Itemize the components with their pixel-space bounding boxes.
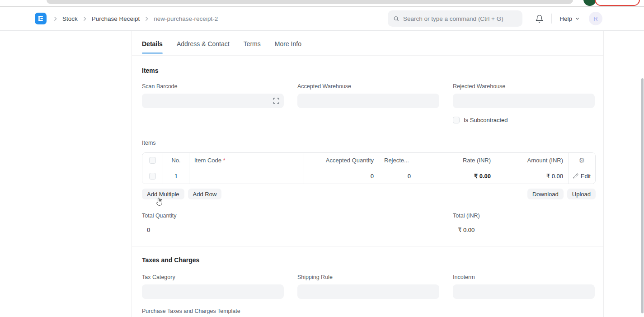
chevron-right-icon	[144, 16, 150, 22]
select-all-checkbox[interactable]	[149, 157, 156, 164]
gear-icon[interactable]: ⚙	[579, 156, 585, 165]
accepted-warehouse-input[interactable]	[297, 94, 439, 108]
total-inr-value: ₹ 0.00	[453, 227, 595, 233]
main-content: Details Address & Contact Terms More Inf…	[0, 31, 644, 317]
browser-chrome-strip	[0, 0, 644, 7]
purchase-taxes-template-label: Purchase Taxes and Charges Template	[142, 308, 595, 314]
required-marker: *	[223, 157, 226, 164]
row-checkbox[interactable]	[149, 173, 156, 180]
table-actions: Add Multiple Add Row Download Upload	[142, 189, 596, 199]
select-all-cell	[142, 153, 163, 168]
incoterm-input[interactable]	[453, 284, 595, 299]
is-subcontracted-label: Is Subcontracted	[464, 117, 508, 123]
tab-address-contact[interactable]: Address & Contact	[177, 31, 230, 55]
barcode-scan-icon[interactable]	[273, 98, 279, 106]
row-edit-cell: Edit	[569, 168, 595, 184]
row-select-cell	[142, 168, 163, 184]
rejected-warehouse-label: Rejected Warehouse	[453, 83, 595, 90]
total-quantity-label: Total Quantity	[142, 213, 284, 219]
shipping-rule-label: Shipping Rule	[297, 274, 439, 280]
download-button[interactable]: Download	[527, 189, 564, 199]
tax-category-field: Tax Category	[142, 274, 284, 299]
subcontract-row: Is Subcontracted	[142, 108, 595, 123]
section-divider	[132, 246, 603, 246]
accepted-warehouse-field: Accepted Warehouse	[297, 83, 439, 108]
taxes-section-title: Taxes and Charges	[142, 256, 595, 264]
app-logo[interactable]	[35, 13, 47, 24]
tax-category-label: Tax Category	[142, 274, 284, 280]
avatar-letter: R	[593, 15, 597, 22]
warehouse-field-row: Scan Barcode Accepted Warehouse	[142, 83, 595, 108]
row-item-code-cell[interactable]	[189, 168, 304, 184]
tab-details[interactable]: Details	[142, 31, 163, 55]
total-inr-label: Total (INR)	[453, 213, 595, 219]
items-table-label: Items	[142, 140, 595, 146]
breadcrumb-purchase-receipt[interactable]: Purchase Receipt	[92, 15, 140, 22]
navbar: Stock Purchase Receipt new-purchase-rece…	[0, 7, 644, 31]
breadcrumb-current-doc[interactable]: new-purchase-receipt-2	[154, 15, 218, 22]
breadcrumb: Stock Purchase Receipt new-purchase-rece…	[35, 13, 218, 24]
edit-row-button[interactable]: Edit	[573, 173, 591, 180]
col-rate: Rate (INR)	[416, 153, 496, 168]
total-quantity-value: 0	[142, 227, 284, 233]
form-tabs: Details Address & Contact Terms More Inf…	[132, 31, 603, 56]
global-search[interactable]	[388, 10, 522, 27]
is-subcontracted-checkbox[interactable]	[453, 117, 460, 123]
erpnext-logo-icon	[37, 15, 44, 22]
form-card: Details Address & Contact Terms More Inf…	[132, 31, 604, 317]
total-quantity-field: Total Quantity 0	[142, 213, 284, 233]
col-amount: Amount (INR)	[496, 153, 569, 168]
table-settings-cell: ⚙	[569, 153, 595, 168]
items-table: No. Item Code * Accepted Quantity Reject…	[142, 152, 596, 184]
accepted-warehouse-label: Accepted Warehouse	[297, 83, 439, 90]
is-subcontracted-field: Is Subcontracted	[453, 117, 595, 123]
totals-row: Total Quantity 0 Total (INR) ₹ 0.00	[142, 213, 595, 233]
rejected-warehouse-input[interactable]	[453, 94, 595, 108]
browser-extension-icon[interactable]	[583, 0, 596, 6]
browser-indicator-pill[interactable]	[595, 0, 640, 6]
total-inr-field: Total (INR) ₹ 0.00	[453, 213, 595, 233]
items-section-title: Items	[142, 67, 595, 74]
row-amount-cell[interactable]: ₹ 0.00	[496, 168, 569, 184]
row-accepted-qty-cell[interactable]: 0	[304, 168, 379, 184]
notifications-button[interactable]	[535, 14, 544, 23]
taxes-field-row: Tax Category Shipping Rule Incoterm	[142, 274, 595, 299]
browser-address-bar[interactable]	[47, 0, 573, 4]
col-item-code: Item Code *	[189, 153, 304, 168]
shipping-rule-input[interactable]	[297, 284, 439, 299]
scan-barcode-field: Scan Barcode	[142, 83, 284, 108]
pencil-icon	[573, 173, 578, 179]
tax-category-input[interactable]	[142, 284, 284, 299]
help-label: Help	[559, 15, 572, 22]
user-avatar[interactable]: R	[589, 12, 602, 25]
col-no: No.	[163, 153, 189, 168]
row-rejected-qty-cell[interactable]: 0	[379, 168, 416, 184]
app-viewport: Stock Purchase Receipt new-purchase-rece…	[0, 0, 644, 317]
page-scrollbar[interactable]	[641, 78, 644, 313]
incoterm-field: Incoterm	[453, 274, 595, 299]
navbar-right: Help R	[388, 10, 602, 27]
scan-barcode-input[interactable]	[142, 94, 284, 108]
search-input[interactable]	[403, 15, 517, 22]
chevron-right-icon	[82, 16, 88, 22]
rejected-warehouse-field: Rejected Warehouse	[453, 83, 595, 108]
scan-barcode-label: Scan Barcode	[142, 83, 284, 90]
breadcrumb-stock[interactable]: Stock	[62, 15, 78, 22]
bell-icon	[535, 14, 544, 23]
tab-more-info[interactable]: More Info	[275, 31, 301, 55]
col-accepted-quantity: Accepted Quantity	[304, 153, 379, 168]
help-menu[interactable]: Help	[559, 15, 580, 22]
tab-terms[interactable]: Terms	[244, 31, 261, 55]
col-rejected-quantity: Rejecte...	[379, 153, 416, 168]
chevron-right-icon	[52, 16, 58, 22]
add-multiple-button[interactable]: Add Multiple	[142, 189, 184, 199]
shipping-rule-field: Shipping Rule	[297, 274, 439, 299]
row-rate-cell[interactable]: ₹ 0.00	[416, 168, 496, 184]
navbar-divider	[551, 14, 552, 24]
row-no-cell: 1	[163, 168, 189, 184]
add-row-button[interactable]: Add Row	[188, 189, 222, 199]
chevron-down-icon	[575, 16, 580, 21]
incoterm-label: Incoterm	[453, 274, 595, 280]
search-icon	[393, 15, 400, 22]
upload-button[interactable]: Upload	[567, 189, 596, 199]
